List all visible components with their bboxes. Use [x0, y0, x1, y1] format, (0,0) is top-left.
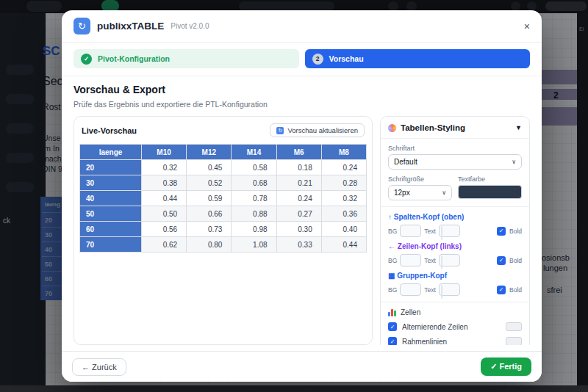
bold-checkbox[interactable] [497, 256, 506, 265]
table-cell: 0.62 [142, 237, 187, 253]
bold-checkbox[interactable] [497, 286, 506, 294]
table-row: 20 0.32 0.45 0.58 0.18 0.24 [80, 160, 367, 175]
table-cell: 0.66 [187, 206, 232, 222]
table-cell: 0.44 [321, 237, 366, 253]
bg-color-swatch[interactable] [400, 283, 421, 296]
group-header-controls: BG Text Bold [388, 283, 522, 296]
alternating-color-swatch[interactable] [506, 322, 522, 331]
table-cell: 0.40 [321, 222, 366, 237]
arrow-left-icon: ← [388, 242, 395, 250]
text-color-label: Textfarbe [458, 175, 522, 183]
font-size-label: Schriftgröße [388, 175, 452, 183]
cells-section-title: Zellen [401, 308, 420, 316]
table-row: 30 0.38 0.52 0.68 0.21 0.28 [80, 175, 367, 191]
check-icon: ✓ [81, 54, 92, 65]
table-cell: 0.38 [142, 175, 187, 191]
chevron-down-icon[interactable]: ▼ [515, 124, 522, 131]
table-cell: 0.45 [187, 160, 232, 175]
table-cell: 0.21 [276, 175, 321, 191]
table-cell: 0.33 [276, 237, 321, 253]
table-cell: 0.68 [232, 175, 276, 191]
row-header: 70 [80, 237, 142, 253]
table-cell: 0.98 [232, 222, 276, 237]
bold-checkbox[interactable] [497, 227, 506, 236]
bar-chart-icon [388, 309, 396, 316]
option-label: Alternierende Zeilen [402, 323, 468, 331]
table-cell: 0.44 [142, 191, 187, 206]
preview-title: Live-Vorschau [82, 126, 137, 135]
table-row: 60 0.56 0.73 0.98 0.30 0.40 [80, 222, 367, 237]
back-button[interactable]: ← Zurück [72, 358, 126, 376]
table-row: 50 0.50 0.66 0.88 0.27 0.36 [80, 206, 367, 222]
bg-color-swatch[interactable] [400, 254, 421, 266]
page-subtitle: Prüfe das Ergebnis und exportiere die PT… [74, 100, 530, 109]
font-size-select[interactable]: 12px ∨ [388, 185, 452, 200]
bg-label: BG [388, 228, 397, 235]
section-label-text: Gruppen-Kopf [397, 272, 447, 280]
row-header-controls: BG Text Bold [388, 254, 522, 266]
table-cell: 0.18 [276, 160, 321, 175]
section-label-text: Spalten-Kopf (oben) [394, 213, 465, 221]
column-header: M8 [321, 145, 366, 160]
bold-label: Bold [509, 257, 522, 264]
text-color-swatch[interactable] [439, 254, 460, 266]
table-cell: 0.58 [232, 160, 276, 175]
refresh-button-label: Vorschau aktualisieren [287, 126, 358, 134]
row-header: 40 [80, 191, 142, 206]
borders-checkbox[interactable] [388, 337, 397, 345]
step-vorschau[interactable]: 2 Vorschau [305, 49, 531, 68]
alternating-rows-checkbox[interactable] [388, 322, 397, 331]
text-color-swatch[interactable] [439, 283, 460, 296]
text-color-swatch[interactable] [439, 225, 460, 237]
refresh-preview-button[interactable]: ↻ Vorschau aktualisieren [270, 123, 365, 137]
wizard-steps: ✓ Pivot-Konfiguration 2 Vorschau [62, 43, 542, 76]
dialog-footer: ← Zurück ✓ Fertig [62, 351, 542, 382]
table-cell: 0.59 [187, 191, 232, 206]
font-select[interactable]: Default ∨ [388, 154, 522, 170]
table-cell: 0.88 [232, 206, 276, 222]
table-cell: 0.52 [187, 175, 232, 191]
finish-button[interactable]: ✓ Fertig [481, 357, 531, 376]
column-header: M6 [276, 145, 321, 160]
divider [381, 138, 529, 139]
table-styling-panel: Tabellen-Styling ▼ Schriftart Default ∨ … [380, 116, 530, 345]
borders-option: Rahmenlinien [388, 337, 522, 345]
table-cell: 0.28 [321, 175, 366, 191]
table-cell: 0.24 [321, 160, 366, 175]
row-header: 30 [80, 175, 142, 191]
live-preview-panel: Live-Vorschau ↻ Vorschau aktualisieren l… [74, 116, 373, 345]
table-cell: 0.32 [321, 191, 366, 206]
table-cell: 0.78 [232, 191, 276, 206]
step-number-badge: 2 [312, 54, 323, 65]
table-cell: 0.30 [276, 222, 321, 237]
table-cell: 0.56 [142, 222, 187, 237]
step-label: Pivot-Konfiguration [98, 54, 170, 63]
table-cell: 1.08 [232, 237, 276, 253]
group-header-section-label: ▦ Gruppen-Kopf [388, 272, 522, 280]
text-label: Text [424, 257, 436, 264]
alternating-rows-option: Alternierende Zeilen [388, 322, 522, 331]
step-label: Vorschau [329, 54, 364, 63]
chevron-down-icon: ∨ [512, 159, 516, 165]
text-color-swatch[interactable] [458, 185, 522, 199]
column-header: M10 [142, 145, 187, 160]
sync-icon: ↻ [74, 18, 90, 35]
arrow-up-icon: ↑ [388, 213, 392, 221]
column-header: laenge [80, 145, 142, 160]
settings-column: Tabellen-Styling ▼ Schriftart Default ∨ … [380, 116, 530, 345]
chevron-down-icon: ∨ [442, 189, 446, 196]
step-pivot-konfiguration[interactable]: ✓ Pivot-Konfiguration [74, 49, 299, 68]
text-label: Text [424, 286, 436, 294]
column-header-controls: BG Text Bold [388, 225, 522, 237]
table-cell: 0.50 [142, 206, 187, 222]
close-icon[interactable]: × [524, 21, 530, 32]
bg-color-swatch[interactable] [400, 225, 421, 237]
dialog-body: Vorschau & Export Prüfe das Ergebnis und… [62, 76, 542, 351]
divider [381, 302, 529, 302]
border-color-swatch[interactable] [506, 337, 522, 345]
styling-panel-title: Tabellen-Styling [401, 123, 465, 132]
table-cell: 0.73 [187, 222, 232, 237]
font-select-value: Default [394, 158, 417, 166]
app-title: publixxTABLE [97, 21, 164, 32]
refresh-icon: ↻ [276, 127, 284, 134]
